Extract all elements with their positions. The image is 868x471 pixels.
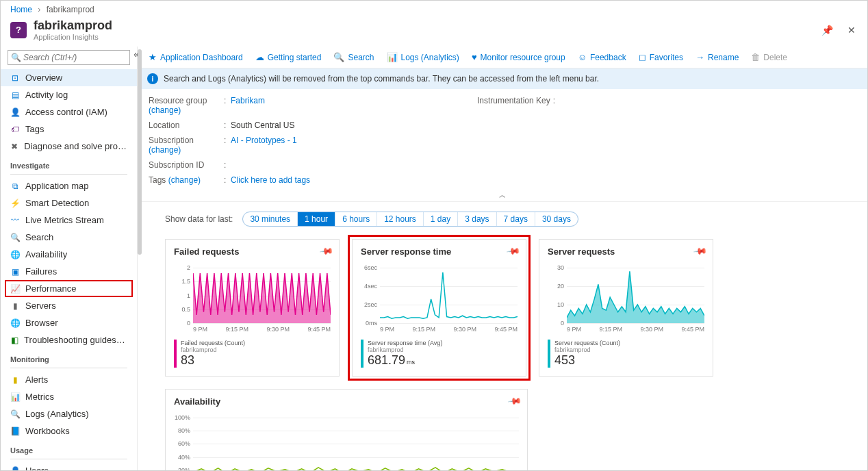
sidebar-item-logs-analytics-[interactable]: 🔍Logs (Analytics) xyxy=(1,405,137,422)
cmd-rename[interactable]: →Rename xyxy=(695,52,739,62)
info-banner: i Search and Logs (Analytics) will be re… xyxy=(138,68,867,89)
info-icon: i xyxy=(147,73,158,84)
nav-icon: ▣ xyxy=(10,267,20,277)
monitor-icon: ♥ xyxy=(472,52,477,62)
search-icon: 🔍 xyxy=(11,53,21,62)
nav-icon: 🔍 xyxy=(10,409,20,419)
card-server-requests[interactable]: Server requests 📌 01020309 PM9:15 PM9:30… xyxy=(539,239,713,377)
cmd-delete[interactable]: 🗑Delete xyxy=(751,52,787,62)
metric-block: Server requests (Count) fabrikamprod 453 xyxy=(548,340,704,368)
nav-icon: 🌐 xyxy=(10,250,20,259)
sub-value[interactable]: AI - Prototypes - 1 xyxy=(231,136,297,145)
sidebar-item-metrics[interactable]: 📊Metrics xyxy=(1,388,137,405)
sidebar-item-browser[interactable]: 🌐Browser xyxy=(1,314,137,331)
time-range-label: Show data for last: xyxy=(165,214,233,224)
info-banner-text: Search and Logs (Analytics) will be remo… xyxy=(164,74,599,84)
change-rg-link[interactable]: (change) xyxy=(149,105,181,115)
cmd-monitor-rg[interactable]: ♥Monitor resource group xyxy=(472,52,565,62)
chevron-right-icon: › xyxy=(38,5,40,14)
sidebar-item-tags[interactable]: 🏷Tags xyxy=(1,120,137,138)
nav-icon: 📘 xyxy=(10,427,20,436)
subid-value xyxy=(231,160,477,170)
nav-icon: ✖ xyxy=(10,142,18,151)
sidebar-item-label: Smart Detection xyxy=(25,198,89,208)
star-icon: ★ xyxy=(149,52,157,62)
sidebar-item-servers[interactable]: ▮Servers xyxy=(1,297,137,314)
cloud-icon: ☁ xyxy=(255,52,264,62)
sidebar-item-overview[interactable]: ⊡Overview xyxy=(1,69,137,86)
nav-icon: 👤 xyxy=(10,466,20,472)
nav-icon: 📊 xyxy=(10,392,20,402)
card-failed-requests[interactable]: Failed requests 📌 00.511.529 PM9:15 PM9:… xyxy=(165,239,340,377)
range-pill-1-hour[interactable]: 1 hour xyxy=(298,212,335,226)
sidebar-item-users[interactable]: 👤Users xyxy=(1,462,137,471)
change-tags-link[interactable]: (change) xyxy=(168,175,201,185)
sidebar-item-activity-log[interactable]: ▤Activity log xyxy=(1,86,137,103)
sidebar-item-application-map[interactable]: ⧉Application map xyxy=(1,177,137,194)
nav-icon: 👤 xyxy=(10,107,20,117)
sidebar-item-search[interactable]: 🔍Search xyxy=(1,229,137,246)
sidebar-item-label: Application map xyxy=(25,181,89,191)
cmd-feedback[interactable]: ☺Feedback xyxy=(578,52,626,62)
breadcrumb-home[interactable]: Home xyxy=(10,5,32,14)
sidebar-item-label: Access control (IAM) xyxy=(25,107,107,117)
scrollbar-thumb[interactable] xyxy=(138,49,142,255)
card-title: Availability xyxy=(174,396,519,407)
cmd-getting-started[interactable]: ☁Getting started xyxy=(255,52,322,62)
logs-icon: 📊 xyxy=(387,52,398,62)
sidebar-item-performance[interactable]: 📈Performance xyxy=(5,280,133,297)
change-sub-link[interactable]: (change) xyxy=(149,145,181,155)
nav-section-monitoring: Monitoring xyxy=(1,348,137,371)
search-icon: 🔍 xyxy=(333,52,344,62)
sidebar-item-workbooks[interactable]: 📘Workbooks xyxy=(1,422,137,440)
sidebar-item-troubleshooting-guides-pre-[interactable]: ◧Troubleshooting guides (pre… xyxy=(1,331,137,348)
sidebar-item-diagnose-and-solve-problems[interactable]: ✖Diagnose and solve problems xyxy=(1,138,137,155)
tags-value[interactable]: Click here to add tags xyxy=(231,175,310,185)
cmd-application-dashboard[interactable]: ★Application Dashboard xyxy=(149,52,243,62)
collapse-handle-icon[interactable]: ︽ xyxy=(138,189,867,202)
page-subtitle: Application Insights xyxy=(34,33,112,41)
nav-icon: 〰 xyxy=(10,216,20,225)
resource-metadata: Resource group (change):Fabrikam Instrum… xyxy=(138,89,867,189)
command-bar: ★Application Dashboard ☁Getting started … xyxy=(138,47,867,68)
cmd-logs[interactable]: 📊Logs (Analytics) xyxy=(387,52,459,62)
nav-icon: ▮ xyxy=(10,375,20,385)
cmd-search[interactable]: 🔍Search xyxy=(333,52,374,62)
app-insights-logo-icon: ? xyxy=(10,22,27,38)
range-pill-30-days[interactable]: 30 days xyxy=(535,212,578,226)
card-availability[interactable]: Availability 📌 0%20%40%60%80%100%9 PM9:1… xyxy=(165,389,528,471)
range-pill-7-days[interactable]: 7 days xyxy=(497,212,535,226)
pin-icon[interactable]: 📌 xyxy=(821,24,833,36)
sidebar-item-access-control-iam-[interactable]: 👤Access control (IAM) xyxy=(1,103,137,120)
sidebar-item-label: Tags xyxy=(25,124,44,134)
sidebar-search-input[interactable] xyxy=(8,50,130,65)
sidebar-item-failures[interactable]: ▣Failures xyxy=(1,263,137,280)
nav-icon: ▮ xyxy=(10,301,20,311)
sidebar-item-label: Live Metrics Stream xyxy=(25,215,104,225)
range-pill-1-day[interactable]: 1 day xyxy=(424,212,458,226)
card-server-response-time[interactable]: Server response time 📌 0ms2sec4sec6sec9 … xyxy=(352,239,526,377)
range-pill-3-days[interactable]: 3 days xyxy=(458,212,496,226)
nav-icon: ◧ xyxy=(10,335,18,345)
nav-icon: ⧉ xyxy=(10,181,20,191)
chart-server-response-time: 0ms2sec4sec6sec9 PM9:15 PM9:30 PM9:45 PM xyxy=(361,268,518,333)
sidebar-item-availability[interactable]: 🌐Availability xyxy=(1,246,137,263)
sidebar-item-live-metrics-stream[interactable]: 〰Live Metrics Stream xyxy=(1,212,137,229)
sidebar: 🔍 ⊡Overview▤Activity log👤Access control … xyxy=(1,47,138,471)
range-pill-30-minutes[interactable]: 30 minutes xyxy=(243,212,298,226)
chart-availability: 0%20%40%60%80%100%9 PM9:15 PM9:30 PM9:45… xyxy=(174,418,519,471)
rg-value[interactable]: Fabrikam xyxy=(231,96,265,105)
sidebar-item-label: Overview xyxy=(25,73,62,83)
sidebar-item-label: Browser xyxy=(25,318,58,328)
close-icon[interactable]: ✕ xyxy=(845,24,858,36)
range-pill-12-hours[interactable]: 12 hours xyxy=(377,212,424,226)
sidebar-item-smart-detection[interactable]: ⚡Smart Detection xyxy=(1,194,137,212)
sidebar-item-alerts[interactable]: ▮Alerts xyxy=(1,371,137,388)
range-pill-6-hours[interactable]: 6 hours xyxy=(335,212,377,226)
nav-icon: ▤ xyxy=(10,90,20,100)
sidebar-item-label: Troubleshooting guides (pre… xyxy=(24,335,127,345)
sidebar-item-label: Alerts xyxy=(25,374,48,385)
cmd-favorites[interactable]: ◻Favorites xyxy=(639,52,683,62)
card-title: Failed requests xyxy=(174,246,331,257)
bookmark-icon: ◻ xyxy=(639,52,646,62)
